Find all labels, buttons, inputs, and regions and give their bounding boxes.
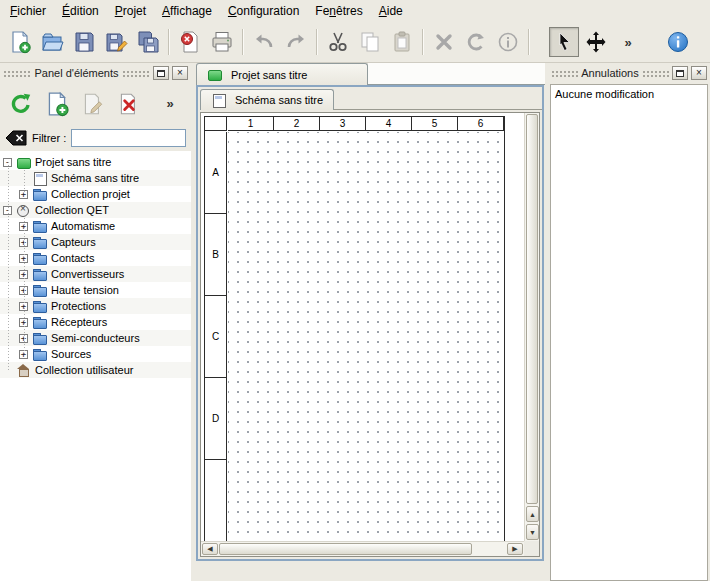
cut-button[interactable] <box>323 27 353 57</box>
schema-grid[interactable] <box>228 132 504 541</box>
undo-list[interactable]: Aucune modification <box>550 84 708 581</box>
tree-item[interactable]: +Collection projet <box>0 186 191 202</box>
refresh-icon <box>8 91 34 117</box>
tree-item[interactable]: +Capteurs <box>0 234 191 250</box>
close-dock-button[interactable]: × <box>691 66 707 80</box>
tree-guide-line <box>24 218 25 354</box>
tree-indent <box>0 330 19 346</box>
save-as-icon <box>104 30 128 54</box>
column-label: 1 <box>228 117 274 131</box>
menu-fichier[interactable]: Fichier <box>2 0 54 22</box>
paste-button[interactable] <box>387 27 417 57</box>
tree-item[interactable]: +Protections <box>0 298 191 314</box>
dock-grip[interactable] <box>551 69 578 77</box>
new-file-button[interactable] <box>5 27 35 57</box>
element-panel-titlebar: Panel d'éléments × <box>0 63 191 83</box>
float-dock-button[interactable] <box>153 66 169 80</box>
save-all-button[interactable] <box>133 27 163 57</box>
dock-grip[interactable] <box>122 69 150 77</box>
toolbar-separator <box>422 29 424 55</box>
horizontal-scrollbar[interactable]: ◀ ▶ <box>201 541 524 556</box>
tree-item[interactable]: +Semi-conducteurs <box>0 330 191 346</box>
vertical-scrollbar[interactable]: ▲ ▼ <box>524 113 539 541</box>
filter-input[interactable] <box>71 129 186 147</box>
tree-item[interactable]: Collection utilisateur <box>0 362 191 378</box>
row-label: B <box>205 214 227 296</box>
menu-configuration[interactable]: Configuration <box>220 0 307 22</box>
close-file-button[interactable] <box>175 27 205 57</box>
tree-item-label: Contacts <box>51 252 94 264</box>
arrow-down-icon: ▼ <box>529 529 536 536</box>
new-element-button[interactable] <box>42 89 72 119</box>
menu-aide[interactable]: Aide <box>371 0 411 22</box>
column-ruler: 123456 <box>228 117 504 131</box>
tree-item[interactable]: +Récepteurs <box>0 314 191 330</box>
tree-indent <box>0 298 19 314</box>
column-label: 4 <box>366 117 412 131</box>
edit-element-button[interactable] <box>78 89 108 119</box>
close-icon: × <box>177 68 183 78</box>
menu-affichage[interactable]: Affichage <box>154 0 220 22</box>
main-toolbar: » <box>0 22 710 63</box>
close-dock-button[interactable]: × <box>172 66 188 80</box>
delete-element-icon <box>116 91 142 117</box>
tree-indent <box>0 218 19 234</box>
menu-projet[interactable]: Projet <box>107 0 154 22</box>
overflow-chevron-icon: » <box>622 35 633 50</box>
paste-icon <box>390 30 414 54</box>
move-arrows-icon <box>584 30 608 54</box>
delete-element-button[interactable] <box>114 89 144 119</box>
reload-collections-button[interactable] <box>6 89 36 119</box>
row-label: C <box>205 296 227 378</box>
menu-fenetres[interactable]: Fenêtres <box>307 0 370 22</box>
schema-icon <box>32 172 47 185</box>
tree-item-label: Récepteurs <box>51 316 107 328</box>
float-dock-button[interactable] <box>672 66 688 80</box>
delete-button[interactable] <box>429 27 459 57</box>
close-icon: × <box>696 68 702 78</box>
print-button[interactable] <box>207 27 237 57</box>
save-file-button[interactable] <box>69 27 99 57</box>
undo-button[interactable] <box>249 27 279 57</box>
tree-item[interactable]: +Sources <box>0 346 191 362</box>
toolbar-separator <box>528 29 530 55</box>
open-file-button[interactable] <box>37 27 67 57</box>
tree-item[interactable]: -Collection QET <box>0 202 191 218</box>
tab-schema-sans-titre[interactable]: Schéma sans titre <box>200 89 334 110</box>
tree-item[interactable]: +Haute tension <box>0 282 191 298</box>
tree-item[interactable]: +Contacts <box>0 250 191 266</box>
element-info-button[interactable] <box>493 27 523 57</box>
tree-item[interactable]: +Automatisme <box>0 218 191 234</box>
dock-grip[interactable] <box>642 69 669 77</box>
tree-item-label: Semi-conducteurs <box>51 332 140 344</box>
undo-dock-title: Annulations <box>581 67 639 79</box>
tree-item-label: Protections <box>51 300 106 312</box>
tab-projet-sans-titre[interactable]: Projet sans titre <box>196 63 368 85</box>
info-icon <box>496 30 520 54</box>
tab-bar-empty-area <box>368 63 545 85</box>
save-file-as-button[interactable] <box>101 27 131 57</box>
delete-x-icon <box>432 30 456 54</box>
tree-item[interactable]: -Projet sans titre <box>0 154 191 170</box>
copy-button[interactable] <box>355 27 385 57</box>
dock-grip[interactable] <box>3 69 31 77</box>
redo-button[interactable] <box>281 27 311 57</box>
about-qet-button[interactable] <box>663 27 693 57</box>
scroll-left-button[interactable]: ◀ <box>202 543 218 555</box>
horizontal-scroll-thumb[interactable] <box>219 543 472 555</box>
tree-item[interactable]: Schéma sans titre <box>0 170 191 186</box>
drag-mode-button[interactable] <box>581 27 611 57</box>
scroll-down-button[interactable]: ▼ <box>526 524 539 540</box>
select-mode-button[interactable] <box>549 27 579 57</box>
folder-icon <box>32 252 47 265</box>
rotate-button[interactable] <box>461 27 491 57</box>
vertical-scroll-thumb[interactable] <box>526 114 538 504</box>
scroll-right-button[interactable]: ▶ <box>507 543 523 555</box>
scroll-up-button[interactable]: ▲ <box>526 506 539 522</box>
menu-edition[interactable]: Édition <box>54 0 107 22</box>
toolbar-overflow-button[interactable]: » <box>613 27 643 57</box>
tree-item[interactable]: +Convertisseurs <box>0 266 191 282</box>
toolbar-separator <box>242 29 244 55</box>
panel-overflow-button[interactable]: » <box>155 89 185 119</box>
clear-filter-button[interactable] <box>5 130 27 146</box>
